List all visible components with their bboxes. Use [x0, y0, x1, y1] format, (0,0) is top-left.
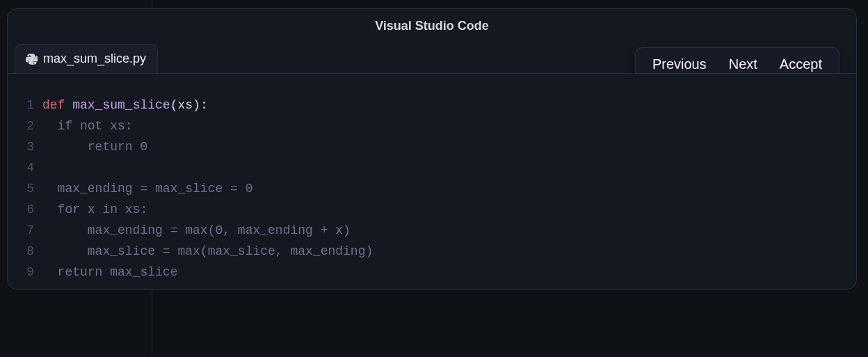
tab-active[interactable]: max_sum_slice.py: [15, 44, 158, 73]
code-line: return 0: [42, 136, 147, 157]
code-block: 1 def max_sum_slice(xs): 2 if not xs: 3 …: [8, 95, 856, 283]
window-title: Visual Studio Code: [8, 9, 856, 34]
tab-label: max_sum_slice.py: [43, 51, 146, 66]
line-number: 2: [16, 116, 42, 136]
editor-window: Visual Studio Code max_sum_slice.py Prev…: [7, 8, 857, 289]
code-line: max_slice = max(max_slice, max_ending): [42, 241, 373, 262]
accept-button[interactable]: Accept: [780, 56, 822, 72]
code-line: def max_sum_slice(xs):: [42, 95, 208, 116]
python-icon: [25, 53, 38, 65]
editor-area[interactable]: 1 def max_sum_slice(xs): 2 if not xs: 3 …: [8, 73, 856, 289]
line-number: 6: [16, 199, 42, 220]
code-line: max_ending = max_slice = 0: [42, 178, 252, 199]
next-button[interactable]: Next: [729, 56, 757, 72]
code-line: if not xs:: [42, 116, 133, 136]
line-number: 7: [16, 220, 42, 241]
line-number: 8: [16, 241, 42, 262]
code-line: for x in xs:: [42, 199, 147, 220]
tab-bar: max_sum_slice.py: [15, 42, 158, 73]
code-line: return max_slice: [42, 262, 177, 283]
line-number: 9: [16, 262, 42, 283]
previous-button[interactable]: Previous: [652, 56, 707, 72]
line-number: 5: [16, 178, 42, 199]
line-number: 1: [16, 95, 42, 116]
line-number: 3: [16, 136, 42, 157]
line-number: 4: [16, 157, 42, 178]
code-line: max_ending = max(0, max_ending + x): [42, 220, 351, 241]
